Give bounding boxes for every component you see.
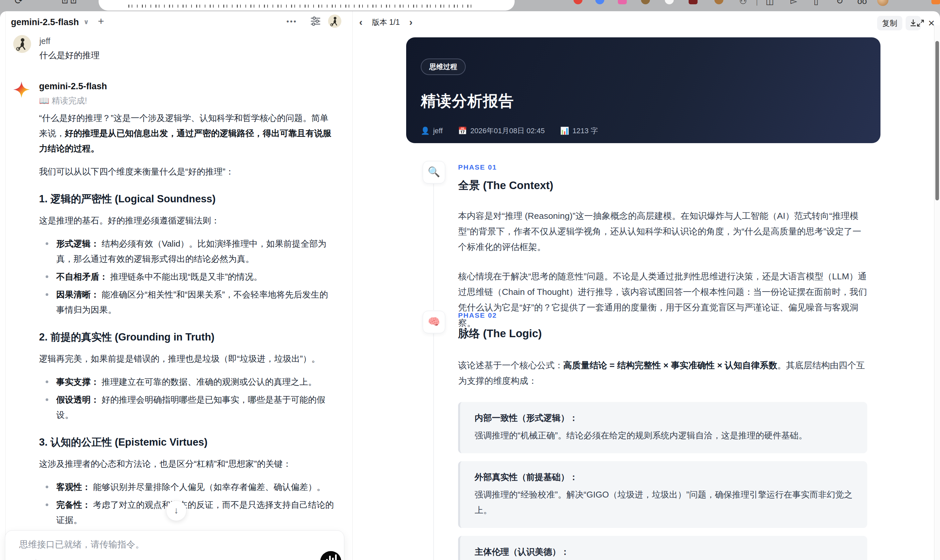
wordcount-icon: 📊 [560,127,569,135]
user-message-avatar [13,35,31,53]
device-icon[interactable]: ▯ [814,0,818,6]
report-badge: 思维过程 [421,58,466,75]
timeline-line [433,334,434,560]
bullet-item: 事实支撑： 推理建立在可靠的数据、准确的观测或公认的真理之上。 [39,374,334,389]
report-author: jeff [433,127,442,135]
extension-icon[interactable] [573,0,582,4]
timeline-line [433,184,434,310]
url-text-clipped [128,5,476,8]
dimension-card: 内部一致性（形式逻辑）： 强调推理的“机械正确”。结论必须在给定的规则系统内逻辑… [458,402,867,453]
report-date: 2026年01月08日 02:45 [470,127,545,135]
toolbar-separator: | [756,0,758,6]
sync-icon[interactable]: ↻ [836,0,843,6]
phase2-formula-paragraph: 该论述基于一个核心公式：高质量结论 = 结构完整性 × 事实准确性 × 认知自律… [458,358,867,389]
bullet-item: 不自相矛盾： 推理链条中不能出现“既是又非”的情况。 [39,269,334,284]
book-icon: 📖 [39,96,49,105]
extension-icon[interactable] [714,0,723,4]
browser-toolbar: ⟳ ⊡⊡ ⚇ | ◫ ▻ ▯ ↻ oo [0,0,940,11]
voice-input-button[interactable] [320,551,341,560]
section-heading: 3. 认知的公正性 (Epistemic Virtues) [39,436,334,449]
report-title: 精读分析报告 [421,91,514,111]
address-bar[interactable] [99,0,515,11]
phase1-paragraph: 本内容是对“推理 (Reasoning)”这一抽象概念的高层建模。在知识爆炸与人… [458,208,867,255]
dimension-card: 主体伦理（认识美德）： 转向推理者的心理特征。引入奥卡姆剃刀和反向论证，旨在克服… [458,536,867,560]
panel-divider [352,11,353,560]
app-window: gemini-2.5-flash∨ + ••• [0,11,940,560]
more-options-button[interactable]: ••• [287,17,297,26]
reload-icon[interactable]: ⟳ [15,0,23,6]
formula-text: 高质量结论 = 结构完整性 × 事实准确性 × 认知自律系数 [563,360,777,370]
bullet-item: 形式逻辑： 结构必须有效（Valid）。比如演绎推理中，如果前提全部为真，那么通… [39,236,334,266]
browser-profile-avatar[interactable] [877,0,888,6]
user-message: 什么是好的推理 [39,49,100,61]
extension-icon[interactable] [641,0,650,4]
copy-button[interactable]: 复制 [877,16,902,31]
bullet-item: 假设透明： 好的推理会明确指明哪些是已知事实，哪些是基于可能的假设。 [39,392,334,423]
split-view-icon[interactable]: ◫ [766,0,774,6]
version-label: 版本 1/1 [372,18,399,26]
author-icon: 👤 [421,127,430,135]
extension-icon[interactable] [618,0,627,4]
report-meta: 👤jeff 📅2026年01月08日 02:45 📊1213 字 [421,126,611,136]
intro-paragraph: “什么是好的推理？”这是一个涉及逻辑学、认知科学和哲学核心的问题。简单来说，好的… [39,111,334,156]
user-name: jeff [39,36,50,46]
section-heading: 1. 逻辑的严密性 (Logical Soundness) [39,192,334,206]
assistant-message-body: “什么是好的推理？”这是一个涉及逻辑学、认知科学和哲学核心的问题。简单来说，好的… [39,111,334,560]
puzzle-extensions-icon[interactable]: ⚇ [739,0,747,6]
phase1-magnifier-icon: 🔍 [423,161,445,183]
settings-sliders-icon[interactable] [310,15,322,27]
conversation-title[interactable]: gemini-2.5-flash∨ [11,17,89,28]
chat-input[interactable]: 思维接口已就绪，请传输指令。 + [5,530,344,560]
extension-icon[interactable] [931,0,940,4]
assistant-name: gemini-2.5-flash [39,82,107,92]
scrollbar-thumb[interactable] [935,41,939,200]
phase2-brain-icon: 🧠 [423,311,445,333]
phase1-label: PHASE 01 [458,159,867,175]
report-hero-card: 思维过程 精读分析报告 👤jeff 📅2026年01月08日 02:45 📊12… [406,37,880,143]
chat-input-placeholder: 思维接口已就绪，请传输指令。 [19,538,144,551]
scrollbar-track[interactable] [934,25,940,560]
screen: ⟳ ⊡⊡ ⚇ | ◫ ▻ ▯ ↻ oo gemini-2.5-flash∨ + … [0,0,940,560]
bullet-item: 因果清晰： 能准确区分“相关性”和“因果关系”，不会轻率地将先后发生的事情归为因… [39,287,334,317]
phase1-title: 全景 (The Context) [458,177,867,193]
glasses-icon[interactable]: oo [857,0,867,6]
section-lead: 逻辑再完美，如果前提是错误的，推理也是垃圾（即“垃圾进，垃圾出”）。 [39,351,334,366]
phase2-section: PHASE 02 脉络 (The Logic) 该论述基于一个核心公式：高质量结… [458,308,867,560]
lead-paragraph: 我们可以从以下四个维度来衡量什么是“好的推理”： [39,164,334,179]
phase1-section: PHASE 01 全景 (The Context) 本内容是对“推理 (Reas… [458,159,867,331]
chevron-down-icon[interactable]: ∨ [84,18,89,26]
extension-icon[interactable] [689,0,698,4]
dimension-card: 外部真实性（前提基础）： 强调推理的“经验校准”。解决“GIGO（垃圾进，垃圾出… [458,461,867,528]
report-wordcount: 1213 字 [573,127,598,135]
bullet-item: 完备性： 考虑了对立的观点和潜在的反证，而不是只选择支持自己结论的证据。 [39,497,334,528]
version-navigator: ‹ 版本 1/1 › [359,17,413,28]
sidebar-edge [5,11,6,560]
assistant-status: 📖 精读完成! [39,95,87,106]
bullet-list: 事实支撑： 推理建立在可靠的数据、准确的观测或公认的真理之上。 假设透明： 好的… [39,374,334,423]
phase2-label: PHASE 02 [458,308,867,323]
cursor-tool-icon[interactable]: ▻ [791,0,797,6]
section-lead: 这涉及推理者的心态和方法论，也是区分“杠精”和“思想家”的关键： [39,456,334,471]
next-version-button[interactable]: › [409,17,413,28]
gemini-logo-icon [13,82,30,98]
apps-grid-icon[interactable]: ⊡⊡ [62,0,79,5]
arrow-down-icon: ↓ [174,505,179,515]
section-lead: 这是推理的基石。好的推理必须遵循逻辑法则： [39,213,334,228]
bullet-item: 客观性： 能够识别并尽量排除个人偏见（如幸存者偏差、确认偏差）。 [39,479,334,495]
conversation-title-label: gemini-2.5-flash [11,17,79,27]
user-avatar[interactable] [328,15,341,28]
calendar-icon: 📅 [458,127,467,135]
extension-icon[interactable] [665,0,674,4]
section-heading: 2. 前提的真实性 (Grounding in Truth) [39,331,334,344]
phase2-title: 脉络 (The Logic) [458,326,867,341]
extension-icon[interactable] [595,0,604,4]
scroll-to-bottom-button[interactable]: ↓ [166,500,186,521]
bullet-list: 形式逻辑： 结构必须有效（Valid）。比如演绎推理中，如果前提全部为真，那么通… [39,236,334,317]
prev-version-button[interactable]: ‹ [359,17,362,28]
new-chat-button[interactable]: + [98,15,104,28]
